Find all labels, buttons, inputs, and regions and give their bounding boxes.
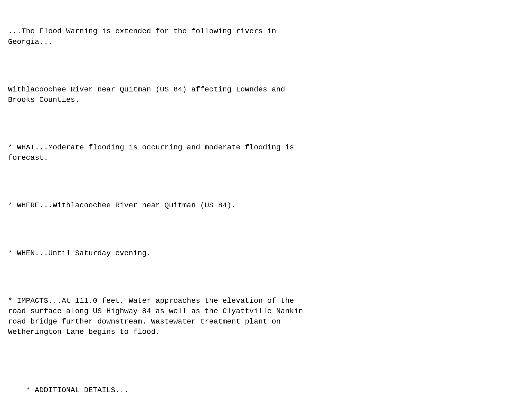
river-paragraph: Withlacoochee River near Quitman (US 84)…: [8, 84, 524, 105]
where-line: * WHERE...Withlacoochee River near Quitm…: [8, 201, 236, 209]
impacts-paragraph: * IMPACTS...At 111.0 feet, Water approac…: [8, 296, 524, 337]
when-line: * WHEN...Until Saturday evening.: [8, 249, 151, 257]
what-paragraph: * WHAT...Moderate flooding is occurring …: [8, 142, 524, 163]
where-paragraph: * WHERE...Withlacoochee River near Quitm…: [8, 200, 524, 211]
impacts-line2: road surface along US Highway 84 as well…: [8, 307, 303, 315]
additional-details-paragraph: * ADDITIONAL DETAILS... - At 9:30 PM EDT…: [8, 374, 524, 407]
header-paragraph: ...The Flood Warning is extended for the…: [8, 26, 524, 47]
impacts-line1: * IMPACTS...At 111.0 feet, Water approac…: [8, 297, 294, 305]
what-line1: * WHAT...Moderate flooding is occurring …: [8, 143, 294, 152]
impacts-line3: road bridge further downstream. Wastewat…: [8, 317, 281, 326]
additional-header: * ADDITIONAL DETAILS...: [26, 386, 128, 394]
impacts-line4: Wetherington Lane begins to flood.: [8, 328, 160, 336]
header-line2: Georgia...: [8, 38, 53, 46]
header-line1: ...The Flood Warning is extended for the…: [8, 27, 276, 35]
river-line2: Brooks Counties.: [8, 96, 80, 104]
when-paragraph: * WHEN...Until Saturday evening.: [8, 248, 524, 258]
river-line1: Withlacoochee River near Quitman (US 84)…: [8, 85, 285, 94]
what-line2: forecast.: [8, 154, 48, 162]
main-content: ...The Flood Warning is extended for the…: [8, 5, 524, 407]
